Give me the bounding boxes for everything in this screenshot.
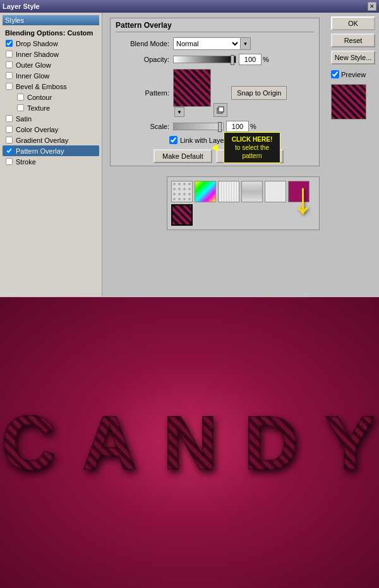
texture-label: Texture (27, 104, 50, 112)
stroke-checkbox[interactable] (6, 158, 13, 165)
bevel-emboss-checkbox[interactable] (6, 83, 13, 90)
sidebar-item-drop-shadow[interactable]: Drop Shadow (3, 38, 99, 49)
pattern-dropdown-button[interactable]: ▼ (174, 107, 184, 117)
sidebar-item-satin[interactable]: Satin (3, 113, 99, 124)
make-default-button[interactable]: Make Default (153, 149, 212, 163)
drop-shadow-label: Drop Shadow (16, 40, 58, 47)
link-with-layer-checkbox[interactable] (169, 136, 177, 144)
snap-to-origin-button[interactable]: Snap to Origin (231, 86, 287, 100)
copy-icon (216, 106, 225, 114)
scale-row: Scale: % (116, 121, 314, 132)
left-panel: Styles Blending Options: Custom Drop Sha… (0, 13, 102, 297)
stroke-label: Stroke (16, 158, 36, 166)
tooltip-arrow (212, 144, 218, 152)
scale-percent: % (250, 123, 256, 130)
title-bar-text: Layer Style (3, 3, 40, 10)
sidebar-item-stroke[interactable]: Stroke (3, 156, 99, 167)
opacity-row: Opacity: % (116, 54, 314, 65)
sidebar-item-blending-options[interactable]: Blending Options: Custom (3, 28, 99, 38)
tooltip-line1: CLICK HERE! (228, 135, 276, 144)
pattern-swatch-rainbow[interactable] (195, 181, 216, 202)
svg-rect-1 (219, 107, 224, 112)
right-area: Pattern Overlay Blend Mode: Normal Multi… (102, 13, 379, 297)
tooltip-line2: to select the (228, 144, 276, 152)
pattern-swatch-bubbles[interactable] (171, 181, 193, 202)
opacity-input[interactable] (239, 54, 262, 65)
color-overlay-checkbox[interactable] (6, 126, 13, 133)
blend-mode-label: Blend Mode: (116, 40, 169, 47)
scale-slider[interactable] (173, 123, 224, 130)
dialog-area: Layer Style ✕ Styles Blending Options: C… (0, 0, 379, 297)
ok-button[interactable]: OK (331, 16, 375, 30)
sidebar-item-texture[interactable]: Texture (14, 102, 99, 113)
preview-checkbox[interactable] (331, 70, 339, 78)
pattern-swatch-blank[interactable] (265, 181, 286, 202)
sidebar-item-bevel-emboss[interactable]: Bevel & Emboss (3, 81, 99, 92)
tooltip: CLICK HERE! to select the pattern (224, 132, 280, 163)
link-with-layer-label: Link with Layer (180, 137, 226, 144)
pattern-swatch-gray[interactable] (218, 181, 239, 202)
inner-glow-label: Inner Glow (16, 72, 49, 80)
opacity-thumb[interactable] (231, 55, 234, 65)
satin-checkbox[interactable] (6, 115, 13, 122)
blend-mode-select[interactable]: Normal Multiply Screen Overlay (174, 38, 240, 49)
gradient-overlay-label: Gradient Overlay (16, 137, 68, 144)
sidebar-item-contour[interactable]: Contour (14, 92, 99, 102)
pattern-label: Pattern: (116, 89, 169, 97)
pattern-overlay-label: Pattern Overlay (16, 147, 64, 155)
new-style-button[interactable]: New Style... (331, 51, 375, 64)
blend-mode-wrapper[interactable]: Normal Multiply Screen Overlay ▼ (173, 37, 251, 50)
candy-letter-n: N (163, 399, 220, 486)
pattern-swatch-silver[interactable] (241, 181, 263, 202)
sidebar-item-pattern-overlay[interactable]: Pattern Overlay (3, 145, 99, 156)
pattern-preview[interactable] (173, 69, 211, 107)
blend-mode-row: Blend Mode: Normal Multiply Screen Overl… (116, 37, 314, 50)
blend-mode-dropdown-arrow: ▼ (240, 38, 250, 49)
pattern-overlay-checkbox[interactable] (6, 147, 13, 154)
opacity-slider[interactable] (173, 56, 236, 63)
panel-title-box: Pattern Overlay Blend Mode: Normal Multi… (110, 18, 320, 166)
texture-checkbox[interactable] (17, 104, 24, 111)
blending-options-label: Blending Options: Custom (5, 29, 93, 37)
bevel-emboss-label: Bevel & Emboss (16, 83, 67, 90)
candy-letter-c: C (1, 399, 59, 486)
opacity-label: Opacity: (116, 56, 169, 63)
yellow-arrow: ↓ (292, 176, 314, 220)
title-bar: Layer Style ✕ (0, 0, 379, 13)
preview-label: Preview (341, 71, 366, 78)
scale-input[interactable] (226, 121, 249, 132)
sidebar-item-outer-glow[interactable]: Outer Glow (3, 59, 99, 70)
inner-shadow-checkbox[interactable] (6, 51, 13, 58)
gradient-overlay-checkbox[interactable] (6, 137, 13, 144)
inner-shadow-label: Inner Shadow (16, 51, 59, 58)
candy-text: C A N D Y (1, 399, 378, 486)
close-button[interactable]: ✕ (368, 2, 376, 11)
opacity-percent: % (263, 56, 269, 63)
sidebar-item-inner-shadow[interactable]: Inner Shadow (3, 49, 99, 59)
scale-thumb[interactable] (218, 122, 222, 132)
inner-glow-checkbox[interactable] (6, 72, 13, 79)
right-buttons-panel: OK Reset New Style... Preview (327, 13, 379, 297)
styles-header[interactable]: Styles (3, 15, 99, 25)
sidebar-item-inner-glow[interactable]: Inner Glow (3, 70, 99, 81)
sidebar-item-color-overlay[interactable]: Color Overlay (3, 124, 99, 135)
color-overlay-label: Color Overlay (16, 126, 58, 133)
satin-label: Satin (16, 115, 32, 123)
panel-title: Pattern Overlay (116, 21, 314, 32)
pattern-swatch-striped[interactable] (171, 204, 193, 226)
preview-thumbnail (331, 84, 366, 119)
outer-glow-checkbox[interactable] (6, 61, 13, 68)
drop-shadow-checkbox[interactable] (6, 40, 13, 47)
pattern-copy-button[interactable] (214, 103, 227, 117)
sidebar-item-gradient-overlay[interactable]: Gradient Overlay (3, 135, 99, 145)
candy-letter-d: D (244, 399, 301, 486)
main-layout: Styles Blending Options: Custom Drop Sha… (0, 13, 379, 297)
candy-letter-y: Y (325, 399, 378, 486)
canvas-area: C A N D Y (0, 297, 379, 588)
content-panel: Pattern Overlay Blend Mode: Normal Multi… (102, 13, 327, 297)
reset-button[interactable]: Reset (331, 34, 375, 47)
contour-checkbox[interactable] (17, 94, 24, 101)
candy-letter-a: A (82, 399, 140, 486)
tooltip-line3: pattern (228, 152, 276, 160)
outer-glow-label: Outer Glow (16, 61, 51, 69)
